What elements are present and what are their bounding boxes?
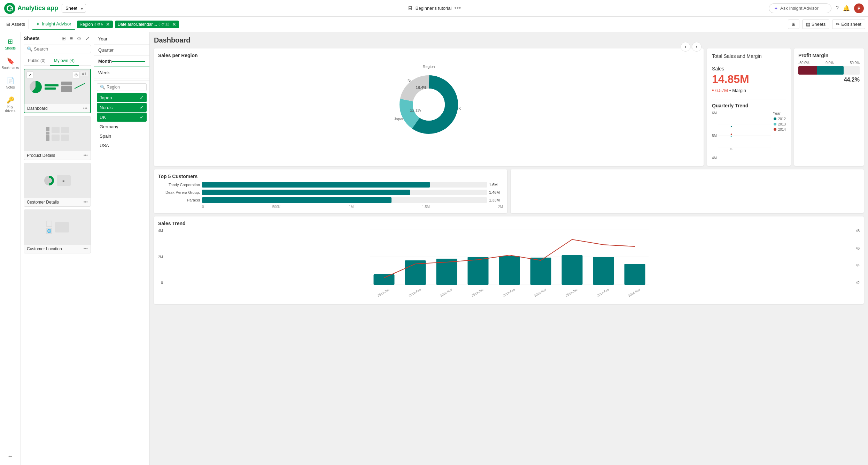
sheet-dropdown[interactable]: Sheet	[62, 4, 86, 13]
sidebar-collapse-btn[interactable]: ←	[8, 450, 13, 462]
region-search[interactable]: 🔍 Region	[97, 83, 147, 91]
x-2m: 2M	[498, 205, 503, 209]
region-item-spain[interactable]: Spain	[97, 132, 147, 140]
region-item-usa[interactable]: USA	[97, 141, 147, 150]
sheet-label-product: Product Details	[27, 153, 55, 158]
region-filter-chip[interactable]: Region 3 of 6 ✕	[77, 21, 113, 28]
second-bar-right: ⊞ ▤ Sheets ✏ Edit sheet	[788, 20, 865, 29]
sheet-label-location: Customer Location	[27, 246, 62, 251]
region-item-japan[interactable]: Japan ✓	[97, 93, 147, 102]
second-bar: ⊞ Assets ✦ Insight Advisor Region 3 of 6…	[0, 17, 868, 32]
customer-tandy-fill	[202, 182, 430, 188]
assets-button[interactable]: ⊞ Assets	[3, 20, 29, 29]
grid-view-button[interactable]: ⊞	[788, 20, 799, 29]
date-filter-chip[interactable]: Date.autoCalendar.... 3 of 12 ✕	[115, 21, 179, 28]
customers-x-axis: 0 500K 1M 1.5M 2M	[158, 205, 503, 209]
sheet-card-footer-dashboard: Dashboard •••	[24, 104, 90, 113]
date-chip-close[interactable]: ✕	[172, 22, 176, 27]
region-japan-label: Japan	[100, 95, 112, 100]
preview-bar-a	[61, 82, 72, 85]
profit-bar-track	[798, 66, 860, 75]
notes-nav-icon: 📄	[7, 77, 14, 84]
sheet-search-input[interactable]	[34, 46, 92, 52]
svg-point-3	[10, 9, 12, 10]
region-item-uk[interactable]: UK ✓	[97, 113, 147, 122]
filter-year[interactable]: Year	[94, 33, 149, 45]
bell-icon[interactable]: 🔔	[843, 5, 850, 12]
region-item-nordic[interactable]: Nordic ✓	[97, 103, 147, 112]
region-search-icon: 🔍	[100, 85, 105, 90]
region-chip-label: Region	[80, 22, 93, 27]
expand-view-btn[interactable]: ⤢	[84, 35, 91, 42]
sheet-card-customer-location[interactable]: 🌐 Customer Location •••	[24, 209, 91, 253]
trend-y-0: 0	[158, 281, 163, 285]
sheet-menu-location[interactable]: •••	[83, 246, 88, 251]
sheet-card-customer-details[interactable]: ≡ Customer Details •••	[24, 163, 91, 207]
trend-y-2m: 2M	[158, 255, 163, 259]
filter-month[interactable]: Month	[94, 56, 149, 67]
user-avatar[interactable]: P	[854, 3, 864, 13]
assets-label: Assets	[11, 22, 25, 27]
sheet-menu-dashboard[interactable]: •••	[83, 106, 87, 111]
tutorial-label[interactable]: Beginner's tutorial	[416, 6, 452, 11]
main-layout: ⊞ Sheets 🔖 Bookmarks 📄 Notes 🔑 Key drive…	[0, 32, 868, 465]
sidebar-item-notes[interactable]: 📄 Notes	[1, 74, 20, 92]
region-uk-check: ✓	[140, 114, 144, 120]
sheet-menu-customer[interactable]: •••	[83, 200, 88, 205]
bookmarks-nav-label: Bookmarks	[2, 66, 19, 70]
region-chip-close[interactable]: ✕	[106, 22, 110, 27]
preview-location-charts: 🌐	[46, 221, 69, 234]
filter-week[interactable]: Week	[94, 67, 149, 78]
year-legend-title: Year	[773, 111, 786, 115]
filter-view-btn[interactable]: ⊙	[76, 35, 83, 42]
preview-hash: #1	[80, 71, 88, 76]
svg-text:2013-Mar: 2013-Mar	[534, 288, 547, 297]
sales-label-text: Sales	[712, 66, 786, 71]
tutorial-dots[interactable]: •••	[454, 5, 461, 12]
trend-y-left: 4M 2M 0	[158, 229, 163, 285]
sheet-dropdown-wrap[interactable]: Sheet	[62, 4, 86, 13]
customer-paracel-value: 1.33M	[489, 198, 503, 202]
svg-text:22.1%: 22.1%	[410, 108, 421, 112]
sales-amount: 14.85M	[712, 73, 786, 86]
customer-row-paracel: Paracel 1.33M	[158, 197, 503, 203]
grid-cell-2	[61, 127, 69, 133]
filter-panel: Year Quarter Month Week 🔍 Region Japan ✓	[94, 32, 150, 465]
insight-advisor-label: Ask Insight Advisor	[780, 6, 819, 11]
trend-chart-wrap: 4M 2M 0	[158, 229, 860, 300]
grid-view-btn[interactable]: ⊞	[60, 35, 67, 42]
sidebar-item-bookmarks[interactable]: 🔖 Bookmarks	[1, 54, 20, 73]
customer-deak-label: Deak-Perera Group.	[158, 190, 200, 195]
sheets-button[interactable]: ▤ Sheets	[802, 20, 829, 29]
svg-point-19	[731, 136, 732, 137]
qlik-logo[interactable]: Analytics app	[4, 3, 58, 14]
trend-y-44: 44	[856, 264, 860, 267]
y-label-4m: 4M	[712, 156, 717, 160]
sheet-search-box[interactable]: 🔍	[24, 45, 91, 53]
region-item-germany[interactable]: Germany	[97, 122, 147, 131]
left-sidebar: ⊞ Sheets 🔖 Bookmarks 📄 Notes 🔑 Key drive…	[0, 32, 94, 465]
location-icon-2: 🌐	[46, 228, 52, 234]
sheet-label-customer: Customer Details	[27, 200, 59, 205]
sidebar-item-sheets[interactable]: ⊞ Sheets	[1, 35, 20, 53]
insight-advisor-button[interactable]: ✦ Ask Insight Advisor	[769, 3, 831, 13]
svg-point-22	[774, 117, 776, 120]
trend-chart-area: 2012-Jan 2012-Feb 2012-Mar 2013-Jan 2013…	[164, 229, 854, 300]
nav-right-arrow[interactable]: ›	[692, 42, 702, 52]
tab-my-own[interactable]: My own (4)	[50, 56, 79, 66]
insight-advisor-tab[interactable]: ✦ Insight Advisor	[32, 19, 75, 30]
sidebar-item-key-drivers[interactable]: 🔑 Key drivers	[1, 93, 20, 115]
preview-refresh-icon: ⟳	[73, 71, 80, 78]
sheet-card-product-details[interactable]: Product Details •••	[24, 116, 91, 160]
edit-sheet-button[interactable]: ✏ Edit sheet	[832, 20, 865, 29]
sheet-menu-product[interactable]: •••	[83, 153, 88, 158]
bar-2013-feb	[499, 256, 520, 285]
sheet-card-dashboard[interactable]: ↗ #1 ⟳	[24, 69, 91, 113]
list-view-btn[interactable]: ≡	[69, 35, 74, 42]
margin-bullet: •	[729, 88, 731, 93]
nav-left-arrow[interactable]: ‹	[681, 42, 690, 52]
help-icon[interactable]: ?	[836, 5, 839, 12]
filter-quarter[interactable]: Quarter	[94, 45, 149, 56]
tab-public[interactable]: Public (0)	[24, 56, 50, 65]
region-nordic-label: Nordic	[100, 105, 113, 110]
